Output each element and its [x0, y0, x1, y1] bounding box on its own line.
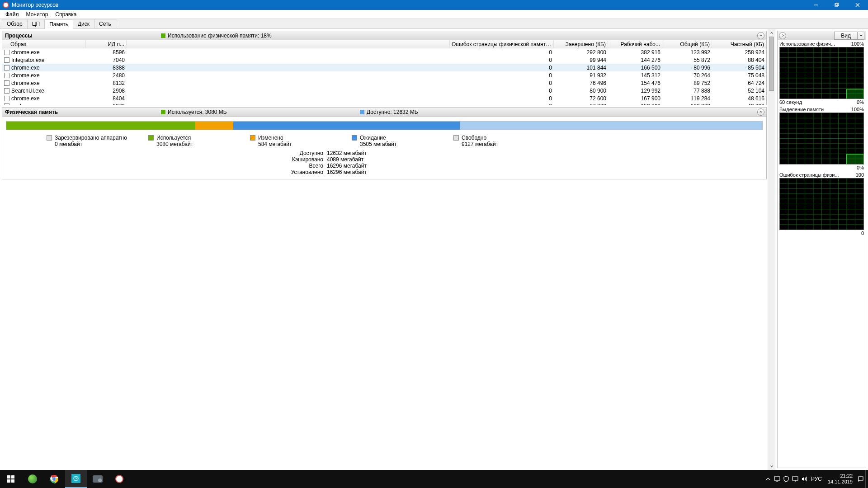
menu-monitor[interactable]: Монитор — [23, 10, 52, 19]
menu-help[interactable]: Справка — [52, 10, 80, 19]
svg-rect-76 — [859, 477, 863, 480]
tray-notifications-icon[interactable] — [856, 470, 865, 488]
col-private[interactable]: Частный (КБ) — [712, 40, 766, 48]
scroll-thumb[interactable] — [769, 37, 774, 91]
titlebar: Монитор ресурсов — [0, 0, 868, 10]
chart-alloc-max: 100% — [851, 107, 864, 112]
checkbox[interactable] — [4, 57, 9, 63]
legend-standby-label: Ожидание — [360, 135, 396, 141]
processes-usage: Использование физической памяти: 18% — [161, 33, 272, 39]
col-shared[interactable]: Общий (КБ) — [662, 40, 712, 48]
total-available-label: Доступно — [282, 150, 327, 156]
taskbar-chrome[interactable] — [43, 470, 65, 488]
tab-disk[interactable]: Диск — [73, 19, 94, 28]
chart-usage-max: 100% — [851, 41, 864, 47]
checkbox[interactable] — [4, 73, 9, 78]
chart-usage-time: 60 секунд — [779, 99, 802, 105]
svg-rect-64 — [11, 479, 14, 483]
svg-rect-72 — [774, 477, 780, 480]
chart-faults-min: 0 — [861, 230, 864, 236]
table-row[interactable]: chrome.exe83880101 844166 50080 99685 50… — [2, 64, 766, 71]
tab-network[interactable]: Сеть — [94, 19, 116, 28]
col-wset[interactable]: Рабочий набо... — [608, 40, 662, 48]
tray-volume-icon[interactable] — [800, 470, 809, 488]
tray-monitor-icon[interactable] — [773, 470, 782, 488]
taskbar-app-4[interactable] — [87, 470, 108, 488]
svg-rect-61 — [7, 475, 10, 479]
show-desktop-button[interactable] — [865, 470, 868, 488]
processes-title: Процессы — [5, 33, 161, 39]
chart-usage-title: Использование физич... — [779, 41, 835, 47]
col-spacer — [127, 40, 450, 48]
total-cached-label: Кэширoвано — [282, 156, 327, 163]
start-button[interactable] — [0, 470, 22, 488]
svg-rect-1 — [835, 4, 838, 6]
physical-memory-section: Физическая память Используется: 3080 МБ … — [2, 107, 767, 179]
checkbox[interactable] — [4, 80, 9, 86]
tabs-row: Обзор ЦП Память Диск Сеть — [0, 19, 868, 29]
app-icon — [3, 2, 9, 8]
collapse-processes-button[interactable] — [757, 32, 764, 39]
taskbar-app-5[interactable] — [108, 470, 130, 488]
tab-overview[interactable]: Обзор — [2, 19, 28, 28]
taskbar-clock[interactable]: 21:22 14.11.2019 — [824, 473, 856, 485]
scroll-track[interactable] — [768, 37, 775, 462]
memory-legend: Зарезервировано аппаратно0 мегабайт Испо… — [6, 135, 763, 147]
checkbox[interactable] — [4, 103, 9, 105]
process-table-header[interactable]: Образ ИД п... Ошибок страницы физической… — [2, 40, 766, 48]
legend-modified-value: 584 мегабайт — [258, 141, 292, 147]
charts-nav-button[interactable] — [779, 32, 786, 39]
chart-usage-min: 0% — [857, 99, 864, 105]
checkbox[interactable] — [4, 96, 9, 101]
col-pid[interactable]: ИД п... — [86, 40, 127, 48]
legend-free-value: 9127 мегабайт — [462, 141, 498, 147]
total-installed-value: 16296 мегабайт — [327, 169, 367, 175]
col-image[interactable]: Образ — [2, 40, 86, 48]
collapse-memory-button[interactable] — [757, 108, 764, 116]
checkbox[interactable] — [4, 65, 9, 70]
total-cached-value: 4089 мегабайт — [327, 156, 363, 163]
chart-alloc-graph — [779, 113, 864, 164]
maximize-button[interactable] — [826, 0, 847, 10]
col-done[interactable]: Завершено (КБ) — [554, 40, 608, 48]
tab-cpu[interactable]: ЦП — [27, 19, 45, 28]
green-square-icon — [161, 110, 165, 114]
scroll-down-icon[interactable] — [768, 462, 775, 470]
table-row[interactable]: chrome.exe2480091 932145 31270 26475 048 — [2, 71, 766, 79]
scroll-up-icon[interactable] — [768, 29, 775, 37]
checkbox[interactable] — [4, 50, 9, 55]
chart-alloc-min: 0% — [857, 165, 864, 170]
taskbar-app-1[interactable] — [22, 470, 43, 488]
tray-network-icon[interactable] — [791, 470, 800, 488]
processes-header[interactable]: Процессы Использование физической памяти… — [2, 31, 766, 40]
checkbox[interactable] — [4, 88, 9, 94]
total-installed-label: Установлено — [282, 169, 327, 175]
table-row[interactable]: chrome.exe85960292 800382 916123 992258 … — [2, 48, 766, 56]
svg-rect-42 — [847, 154, 863, 164]
tray-language[interactable]: РУС — [809, 470, 824, 488]
physical-memory-title: Физическая память — [5, 109, 161, 115]
table-row[interactable]: explorer.exe6076087 000152 860108 92843 … — [2, 102, 766, 105]
view-dropdown-caret[interactable] — [858, 32, 864, 40]
chart-faults-graph — [779, 178, 864, 230]
table-row[interactable]: chrome.exe8132076 496154 47689 75264 724 — [2, 79, 766, 87]
col-errors[interactable]: Ошибок страницы физической памяти/сек — [450, 40, 554, 48]
memory-totals: Доступно12632 мегабайт Кэширoвано4089 ме… — [282, 150, 763, 175]
table-row[interactable]: SearchUI.exe2908080 900129 99277 88852 1… — [2, 87, 766, 94]
svg-rect-23 — [847, 89, 863, 99]
tab-memory[interactable]: Память — [44, 19, 73, 29]
table-row[interactable]: Integrator.exe7040099 944144 27655 87288… — [2, 56, 766, 64]
vertical-scrollbar[interactable] — [768, 29, 775, 470]
close-button[interactable] — [847, 0, 868, 10]
tray-chevron-up-icon[interactable] — [764, 470, 773, 488]
menu-file[interactable]: Файл — [2, 10, 23, 19]
window-title: Монитор ресурсов — [12, 2, 806, 8]
taskbar-resource-monitor[interactable] — [65, 470, 87, 488]
minimize-button[interactable] — [806, 0, 826, 10]
chart-faults: Ошибок страницы физи...100 0 — [778, 171, 866, 237]
table-row[interactable]: chrome.exe8404072 600167 900119 28448 61… — [2, 94, 766, 102]
view-dropdown[interactable]: Вид — [834, 32, 858, 40]
legend-free-label: Свободно — [462, 135, 498, 141]
physical-memory-header[interactable]: Физическая память Используется: 3080 МБ … — [2, 108, 766, 117]
tray-shield-icon[interactable] — [782, 470, 791, 488]
